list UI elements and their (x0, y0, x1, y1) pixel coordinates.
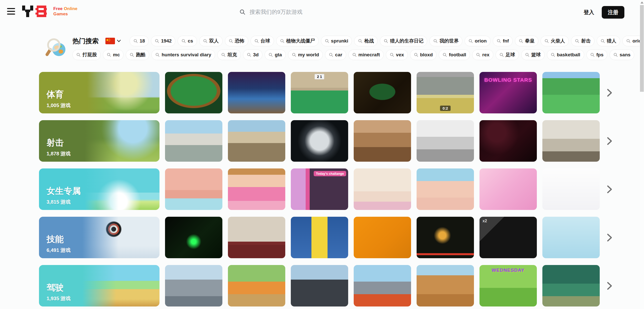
search-tag-pill[interactable]: 猎人的生存日记 (380, 36, 427, 46)
game-thumbnail[interactable] (542, 265, 600, 306)
search-input[interactable] (250, 9, 380, 15)
search-icon (433, 39, 438, 43)
game-thumbnail[interactable] (291, 265, 348, 306)
y8-logo-icon (22, 6, 47, 17)
search-tag-pill[interactable]: bloxd (410, 50, 437, 60)
scrollbar[interactable] (640, 0, 644, 309)
search-tag-pill[interactable]: my world (288, 50, 323, 60)
search-icon (613, 53, 618, 57)
scroll-up-arrow-icon[interactable] (640, 2, 643, 4)
game-thumbnail[interactable] (542, 72, 600, 113)
search-tag-pill[interactable]: cs (178, 36, 197, 46)
search-tag-pill[interactable]: sprunki (321, 36, 352, 46)
search-tag-pill[interactable]: 我的世界 (429, 36, 462, 46)
search-tag-pill[interactable]: 坦克 (217, 50, 241, 60)
search-tag-pill[interactable]: 拳皇 (515, 36, 538, 46)
game-thumbnail[interactable] (291, 217, 348, 258)
search-tag-pill[interactable]: 3d (243, 50, 262, 60)
search-tag-pill[interactable]: 篮球 (521, 50, 545, 60)
game-thumbnail[interactable] (542, 168, 600, 210)
game-thumbnail[interactable] (417, 217, 474, 258)
search-tag-pill[interactable]: 枪战 (354, 36, 378, 46)
search-tag-pill[interactable]: minecraft (348, 50, 384, 60)
category-banner[interactable]: 驾驶1,935 游戏 (39, 265, 159, 306)
signup-button[interactable]: 注册 (602, 6, 624, 19)
game-thumbnail[interactable] (354, 72, 411, 113)
search-tag-pill[interactable]: 恐怖 (225, 36, 248, 46)
category-banner[interactable]: 射击1,878 游戏 (39, 120, 159, 162)
search-tag-pill[interactable]: 火柴人 (541, 36, 569, 46)
next-arrow-button[interactable] (605, 185, 612, 194)
pill-row-2: 打屁股mc跑酷hunters survival diary坦克3dgtamy w… (72, 50, 634, 60)
language-flag-select[interactable] (105, 38, 121, 44)
search-tag-pill[interactable]: mc (103, 50, 124, 60)
category-banner[interactable]: 技能6,491 游戏 (39, 217, 159, 258)
game-thumbnail[interactable]: Today's challange (291, 168, 348, 210)
thumbnail-caption: BOWLING STARS (479, 77, 537, 83)
y8-logo[interactable] (22, 6, 47, 17)
search-tag-pill[interactable]: 足球 (496, 50, 519, 60)
search-tag-pill[interactable]: gta (265, 50, 286, 60)
game-thumbnail[interactable]: BOWLING STARS (479, 72, 537, 113)
next-arrow-button[interactable] (605, 137, 612, 145)
game-thumbnail[interactable] (165, 217, 222, 258)
search-tag-pill[interactable]: 跑酷 (126, 50, 149, 60)
game-thumbnail[interactable]: 2 1 (291, 72, 348, 113)
game-thumbnail[interactable] (417, 265, 474, 306)
search-tag-pill[interactable]: orion sandbox (622, 36, 640, 46)
game-thumbnail[interactable] (417, 120, 474, 162)
game-thumbnail[interactable] (354, 120, 411, 162)
search-tag-label: cs (188, 38, 193, 44)
search-tag-pill[interactable]: 猎人 (597, 36, 620, 46)
game-thumbnail[interactable]: 0:2 (417, 72, 474, 113)
game-thumbnail[interactable] (354, 217, 411, 258)
search-icon (600, 39, 605, 43)
game-thumbnail[interactable] (228, 217, 285, 258)
search-tag-pill[interactable]: hunters survival diary (151, 50, 215, 60)
search-tag-pill[interactable]: football (439, 50, 470, 60)
hot-search-section: 热门搜索 181942cs双人恐怖台球植物大战僵尸sprunki枪战猎人的生存日… (45, 36, 640, 60)
search-tag-pill[interactable]: 双人 (199, 36, 223, 46)
menu-icon[interactable] (7, 8, 16, 15)
game-thumbnail[interactable] (479, 120, 537, 162)
game-thumbnail[interactable] (228, 265, 285, 306)
next-arrow-button[interactable] (605, 233, 612, 242)
scrollbar-thumb[interactable] (640, 5, 644, 92)
game-thumbnail[interactable] (354, 168, 411, 210)
game-thumbnail[interactable] (165, 72, 222, 113)
game-thumbnail[interactable] (165, 168, 222, 210)
game-thumbnail[interactable] (228, 168, 285, 210)
search-tag-pill[interactable]: 打屁股 (72, 50, 101, 60)
search-tag-pill[interactable]: fnf (493, 36, 513, 46)
game-thumbnail[interactable] (542, 217, 600, 258)
category-banner[interactable]: 体育1,005 游戏 (39, 72, 159, 113)
search-tag-pill[interactable]: sans (610, 50, 634, 60)
game-thumbnail[interactable] (479, 168, 537, 210)
game-thumbnail[interactable]: WEDNESDAY (479, 265, 537, 306)
game-thumbnail[interactable] (417, 168, 474, 210)
search-tag-pill[interactable]: vex (386, 50, 408, 60)
search-tag-pill[interactable]: 1942 (151, 36, 175, 46)
search-tag-pill[interactable]: car (325, 50, 346, 60)
search-tag-pill[interactable]: 18 (130, 36, 149, 46)
category-title: 体育 (47, 89, 159, 100)
category-banner[interactable]: 女生专属3,815 游戏 (39, 168, 159, 210)
game-thumbnail[interactable] (542, 120, 600, 162)
search-tag-pill[interactable]: rex (472, 50, 493, 60)
game-thumbnail[interactable]: x2 (479, 217, 537, 258)
next-arrow-button[interactable] (605, 89, 612, 97)
search-tag-pill[interactable]: basketball (547, 50, 584, 60)
game-thumbnail[interactable] (165, 120, 222, 162)
search-tag-pill[interactable]: 台球 (251, 36, 274, 46)
search-tag-pill[interactable]: orion (465, 36, 491, 46)
next-arrow-button[interactable] (605, 282, 612, 290)
game-thumbnail[interactable] (165, 265, 222, 306)
search-tag-pill[interactable]: fps (586, 50, 608, 60)
search-tag-pill[interactable]: 植物大战僵尸 (276, 36, 319, 46)
search-tag-pill[interactable]: 射击 (571, 36, 594, 46)
login-link[interactable]: 登入 (584, 9, 594, 16)
game-thumbnail[interactable] (228, 120, 285, 162)
game-thumbnail[interactable] (291, 120, 348, 162)
game-thumbnail[interactable] (354, 265, 411, 306)
game-thumbnail[interactable] (228, 72, 285, 113)
